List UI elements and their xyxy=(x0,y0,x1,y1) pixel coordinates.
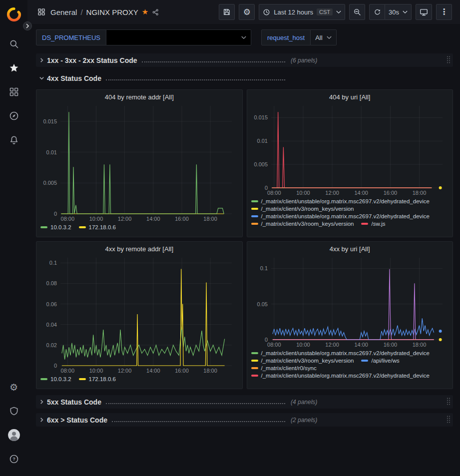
legend-series-label: /sw.js xyxy=(371,221,385,227)
settings-gear-icon[interactable]: ⚙ xyxy=(4,377,24,397)
legend-item[interactable]: 172.18.0.6 xyxy=(79,224,116,230)
panel-4xx-by-uri: 4xx by uri [All] 00.050.108:0010:0012:00… xyxy=(247,241,454,389)
chevron-down-icon xyxy=(327,36,332,39)
datasource-select[interactable] xyxy=(106,29,251,45)
request-host-select[interactable]: All xyxy=(311,29,336,45)
main-area: General / NGINX PROXY ★ xyxy=(27,0,460,476)
chart-4xx-by-remote-addr[interactable]: 00.020.040.060.080.108:0010:0012:0014:00… xyxy=(40,255,238,375)
legend-series-label: /api/live/ws xyxy=(371,358,399,364)
row-drag-handle-icon[interactable] xyxy=(444,414,453,426)
svg-text:12:00: 12:00 xyxy=(118,368,132,374)
legend-series-label: 172.18.0.6 xyxy=(89,224,116,230)
legend-item[interactable]: 10.0.3.2 xyxy=(40,224,71,230)
svg-text:16:00: 16:00 xyxy=(175,368,189,374)
legend-series-marker xyxy=(40,378,47,380)
variable-label-ds-prometheus[interactable]: DS_PROMETHEUS xyxy=(36,29,106,45)
chevron-right-icon xyxy=(36,57,47,63)
legend-series-label: /_matrix/client/unstable/org.matrix.msc2… xyxy=(261,373,430,379)
row-title: 5xx Status Code xyxy=(47,398,101,406)
svg-text:10:00: 10:00 xyxy=(89,368,103,374)
legend-item[interactable]: 172.18.0.6 xyxy=(79,376,116,382)
security-shield-icon[interactable] xyxy=(4,401,24,421)
svg-text:08:00: 08:00 xyxy=(267,342,281,348)
legend-item[interactable]: /_matrix/client/r0/sync xyxy=(251,365,317,371)
svg-text:0.01: 0.01 xyxy=(46,149,57,155)
svg-text:0.06: 0.06 xyxy=(46,301,57,307)
dashboard-body: 1xx - 3xx - 2xx Status Code (6 panels) 4 xyxy=(27,50,460,476)
chart-4xx-by-uri[interactable]: 00.050.108:0010:0012:0014:0016:0018:00 xyxy=(251,255,449,349)
zoom-out-button[interactable] xyxy=(349,4,365,20)
explore-compass-icon[interactable] xyxy=(4,106,24,126)
row-6xx[interactable]: 6xx > Status Code (2 panels) xyxy=(36,413,453,427)
chart-legend: /_matrix/client/unstable/org.matrix.msc2… xyxy=(251,197,449,227)
svg-text:16:00: 16:00 xyxy=(383,342,397,348)
svg-text:12:00: 12:00 xyxy=(325,342,339,348)
row-5xx[interactable]: 5xx Status Code (4 panels) xyxy=(36,395,453,409)
legend-item[interactable]: /_matrix/client/v3/room_keys/version xyxy=(251,206,354,212)
chevron-down-icon xyxy=(336,10,341,14)
svg-text:0.015: 0.015 xyxy=(43,118,57,124)
alerting-bell-icon[interactable] xyxy=(4,130,24,150)
chart-legend: 10.0.3.2172.18.0.6 xyxy=(40,375,238,382)
legend-series-marker xyxy=(251,208,258,210)
row-title: 4xx Status Code xyxy=(47,74,101,82)
legend-series-label: 10.0.3.2 xyxy=(50,224,71,230)
kebab-menu-button[interactable]: ⋮ xyxy=(436,4,452,20)
help-icon[interactable]: ? xyxy=(4,449,24,469)
breadcrumb-folder[interactable]: General xyxy=(50,8,77,16)
chevron-down-icon xyxy=(241,36,246,39)
legend-item[interactable]: 10.0.3.2 xyxy=(40,376,71,382)
share-icon[interactable] xyxy=(152,8,159,16)
legend-series-label: /_matrix/client/unstable/org.matrix.msc2… xyxy=(261,213,430,219)
refresh-interval-dropdown[interactable]: 30s xyxy=(385,4,412,20)
legend-item[interactable]: /api/live/ws xyxy=(361,358,399,364)
svg-text:08:00: 08:00 xyxy=(61,216,75,222)
grafana-logo[interactable] xyxy=(3,4,24,25)
row-4xx[interactable]: 4xx Status Code xyxy=(36,71,453,85)
legend-item[interactable]: /_matrix/client/unstable/org.matrix.msc2… xyxy=(251,373,430,379)
svg-text:0: 0 xyxy=(54,211,57,217)
sidebar-expand-toggle[interactable] xyxy=(23,21,32,30)
tv-kiosk-button[interactable] xyxy=(416,4,432,20)
panel-title[interactable]: 404 by uri [All] xyxy=(251,92,449,103)
svg-text:12:00: 12:00 xyxy=(325,190,339,196)
apps-grid-icon[interactable] xyxy=(37,8,45,16)
row-1xx-3xx-2xx[interactable]: 1xx - 3xx - 2xx Status Code (6 panels) xyxy=(36,53,453,67)
legend-series-marker xyxy=(251,352,258,354)
chart-404-by-uri[interactable]: 00.0050.010.01508:0010:0012:0014:0016:00… xyxy=(251,103,449,197)
legend-series-marker xyxy=(79,226,86,228)
dashboard-settings-button[interactable]: ⚙ xyxy=(239,4,255,20)
legend-series-label: 10.0.3.2 xyxy=(50,376,71,382)
legend-item[interactable]: /_matrix/client/unstable/org.matrix.msc2… xyxy=(251,350,430,356)
time-range-picker[interactable]: Last 12 hours CST xyxy=(259,4,345,20)
variable-label-request-host[interactable]: request_host xyxy=(261,29,311,45)
starred-dashboards-icon[interactable] xyxy=(4,58,24,78)
panel-title[interactable]: 4xx by uri [All] xyxy=(251,244,449,255)
dashboard-title[interactable]: NGINX PROXY xyxy=(86,8,138,16)
legend-series-marker xyxy=(251,200,258,202)
svg-text:12:00: 12:00 xyxy=(118,216,132,222)
row-drag-handle-icon[interactable] xyxy=(444,54,453,66)
legend-item[interactable]: /_matrix/client/unstable/org.matrix.msc2… xyxy=(251,213,430,219)
legend-series-marker xyxy=(251,360,258,362)
save-dashboard-button[interactable] xyxy=(219,4,235,20)
svg-text:0.015: 0.015 xyxy=(254,114,268,120)
svg-text:08:00: 08:00 xyxy=(267,190,281,196)
row-drag-handle-icon[interactable] xyxy=(444,396,453,408)
legend-item[interactable]: /sw.js xyxy=(361,221,385,227)
favorite-star-icon[interactable]: ★ xyxy=(142,8,148,16)
legend-item[interactable]: /_matrix/client/unstable/org.matrix.msc2… xyxy=(251,198,430,204)
user-avatar[interactable] xyxy=(4,425,24,445)
svg-text:0.1: 0.1 xyxy=(49,260,57,266)
svg-text:14:00: 14:00 xyxy=(354,190,368,196)
panel-title[interactable]: 404 by remote addr [All] xyxy=(40,92,238,103)
search-icon[interactable] xyxy=(4,34,24,54)
svg-text:0.05: 0.05 xyxy=(257,301,267,307)
refresh-interval-value: 30s xyxy=(389,8,399,16)
legend-item[interactable]: /_matrix/client/v3/room_keys/version xyxy=(251,358,354,364)
legend-item[interactable]: /_matrix/client/v3/room_keys/version xyxy=(251,221,354,227)
chart-404-by-remote-addr[interactable]: 00.0050.010.01508:0010:0012:0014:0016:00… xyxy=(40,103,238,223)
dashboards-icon[interactable] xyxy=(4,82,24,102)
panel-title[interactable]: 4xx by remote addr [All] xyxy=(40,244,238,255)
refresh-button[interactable] xyxy=(369,4,385,20)
